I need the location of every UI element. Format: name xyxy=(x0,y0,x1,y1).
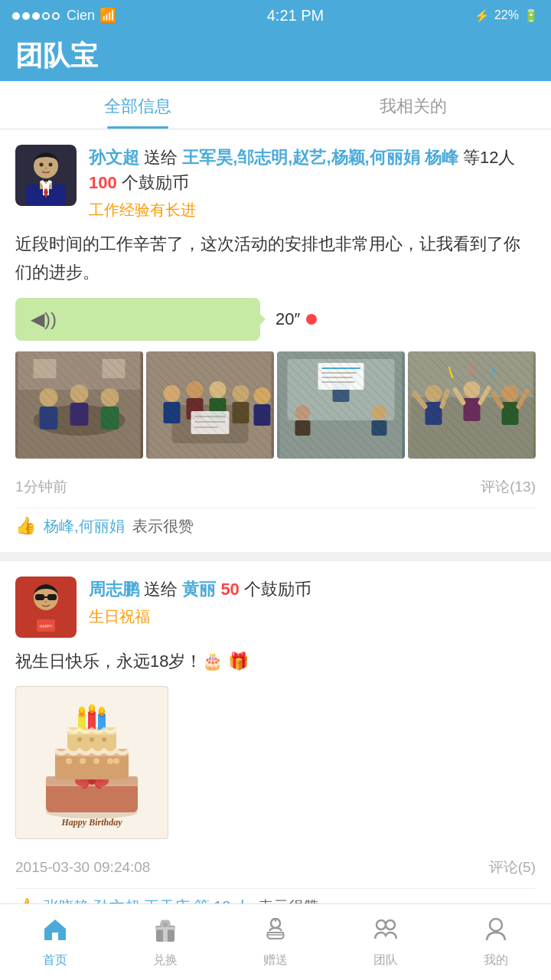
post-body-2: 祝生日快乐，永远18岁！🎂 🎁 xyxy=(15,647,536,675)
svg-line-63 xyxy=(494,394,502,407)
svg-point-105 xyxy=(90,704,94,710)
nav-team-label: 团队 xyxy=(373,952,398,969)
nav-team[interactable]: 团队 xyxy=(331,904,441,980)
svg-point-7 xyxy=(40,163,44,167)
post-meta-1: 孙文超 送给 王军昊,邹志明,赵艺,杨颖,何丽娟 杨峰 等12人 100 个鼓励… xyxy=(89,145,536,220)
svg-point-88 xyxy=(66,758,72,764)
svg-line-67 xyxy=(491,367,495,378)
bluetooth-icon: ⚡ xyxy=(474,8,490,23)
send-icon xyxy=(262,916,289,949)
birthday-image-2: Happy Birthday xyxy=(15,686,168,839)
svg-point-117 xyxy=(163,923,168,927)
voice-message-1[interactable]: ◀)) 20″ xyxy=(15,298,536,341)
avatar-2: HAPPY xyxy=(15,577,77,638)
svg-point-13 xyxy=(40,388,58,407)
svg-rect-33 xyxy=(254,404,271,426)
svg-rect-58 xyxy=(464,398,481,421)
voice-bubble-1[interactable]: ◀)) xyxy=(15,298,260,341)
svg-point-91 xyxy=(107,758,113,764)
svg-point-57 xyxy=(464,381,481,398)
post-title-1: 孙文超 送给 王军昊,邹志明,赵艺,杨颖,何丽娟 杨峰 等12人 100 个鼓励… xyxy=(89,145,536,195)
nav-exchange[interactable]: 兑换 xyxy=(110,904,220,980)
svg-point-26 xyxy=(187,381,204,398)
image-thumb-4[interactable] xyxy=(408,351,536,459)
svg-rect-21 xyxy=(103,359,126,378)
svg-point-109 xyxy=(100,707,104,713)
tab-all-info[interactable]: 全部信息 xyxy=(0,81,276,129)
likes-row-1: 👍 杨峰,何丽娟 表示很赞 xyxy=(15,508,536,537)
svg-rect-43 xyxy=(295,420,311,436)
svg-rect-71 xyxy=(47,594,57,600)
svg-line-55 xyxy=(415,394,425,407)
svg-rect-18 xyxy=(101,407,119,430)
post-tag-2: 生日祝福 xyxy=(89,606,150,627)
post-time-1: 1分钟前 xyxy=(15,477,67,497)
svg-rect-62 xyxy=(502,402,519,425)
like-icon-1: 👍 xyxy=(15,516,36,536)
nav-home-label: 首页 xyxy=(43,952,67,969)
svg-point-97 xyxy=(102,737,106,742)
svg-rect-34 xyxy=(191,411,230,434)
svg-point-96 xyxy=(90,737,94,742)
svg-point-24 xyxy=(164,385,181,402)
feed-content: 孙文超 送给 王军昊,邹志明,赵艺,杨颖,何丽娟 杨峰 等12人 100 个鼓励… xyxy=(0,129,551,980)
unread-dot-1 xyxy=(306,314,317,325)
birthday-cake-svg: Happy Birthday xyxy=(23,694,161,831)
svg-point-12 xyxy=(34,405,126,436)
svg-rect-29 xyxy=(210,398,227,420)
svg-rect-31 xyxy=(233,402,249,423)
avatar-image-2: HAPPY xyxy=(15,577,77,638)
post-title-2: 周志鹏 送给 黄丽 50 个鼓励币 xyxy=(89,577,536,602)
tab-my-related[interactable]: 我相关的 xyxy=(276,81,551,129)
svg-point-15 xyxy=(70,384,89,403)
app-header: 团队宝 xyxy=(0,31,551,81)
nav-profile-label: 我的 xyxy=(484,952,508,969)
svg-point-30 xyxy=(233,385,249,402)
post-header-2: HAPPY 周志鹏 送给 黄丽 50 个鼓励币 生日祝福 xyxy=(15,577,536,638)
svg-rect-19 xyxy=(18,351,141,390)
svg-rect-20 xyxy=(34,359,57,378)
svg-rect-70 xyxy=(35,594,44,600)
svg-point-32 xyxy=(254,387,271,404)
svg-rect-27 xyxy=(187,398,204,420)
svg-point-61 xyxy=(502,385,519,402)
svg-line-64 xyxy=(519,391,527,407)
image-thumb-2[interactable] xyxy=(146,351,274,459)
recipients-2: 黄丽 xyxy=(182,580,216,599)
svg-line-56 xyxy=(442,391,448,407)
svg-point-53 xyxy=(425,385,442,402)
recipients-1: 王军昊,邹志明,赵艺,杨颖,何丽娟 xyxy=(182,148,419,167)
nav-send-label: 赠送 xyxy=(263,952,288,969)
svg-rect-52 xyxy=(411,397,533,459)
post-card-1: 孙文超 送给 王军昊,邹志明,赵艺,杨颖,何丽娟 杨峰 等12人 100 个鼓励… xyxy=(0,129,551,552)
svg-rect-14 xyxy=(40,407,58,430)
svg-point-95 xyxy=(77,737,82,742)
svg-rect-39 xyxy=(288,359,395,420)
nav-send[interactable]: 赠送 xyxy=(220,904,331,980)
nav-exchange-label: 兑换 xyxy=(153,952,178,969)
svg-rect-54 xyxy=(425,402,442,425)
post-footer-2: 2015-03-30 09:24:08 评论(5) xyxy=(15,850,536,877)
post-time-2: 2015-03-30 09:24:08 xyxy=(15,859,150,876)
nav-profile[interactable]: 我的 xyxy=(441,904,551,980)
svg-point-44 xyxy=(372,405,387,420)
like-names-1: 杨峰,何丽娟 xyxy=(44,516,125,537)
svg-point-42 xyxy=(295,405,311,420)
comment-link-1[interactable]: 评论(13) xyxy=(481,477,536,497)
svg-rect-22 xyxy=(149,351,272,459)
svg-rect-41 xyxy=(333,383,350,402)
avatar-1 xyxy=(15,145,77,206)
comment-link-2[interactable]: 评论(5) xyxy=(489,858,536,877)
svg-line-60 xyxy=(481,388,489,403)
battery-icon: 🔋 xyxy=(523,8,539,23)
image-thumb-1[interactable] xyxy=(15,351,143,459)
svg-point-17 xyxy=(101,388,119,407)
app-title: 团队宝 xyxy=(15,38,98,75)
svg-rect-11 xyxy=(18,351,141,459)
voice-waves-icon: ◀)) xyxy=(31,309,57,330)
nav-home[interactable]: 首页 xyxy=(0,904,110,980)
svg-point-40 xyxy=(333,366,350,383)
avatar-image-1 xyxy=(15,145,77,206)
image-thumb-3[interactable] xyxy=(277,351,405,459)
tab-bar: 全部信息 我相关的 xyxy=(0,81,551,129)
